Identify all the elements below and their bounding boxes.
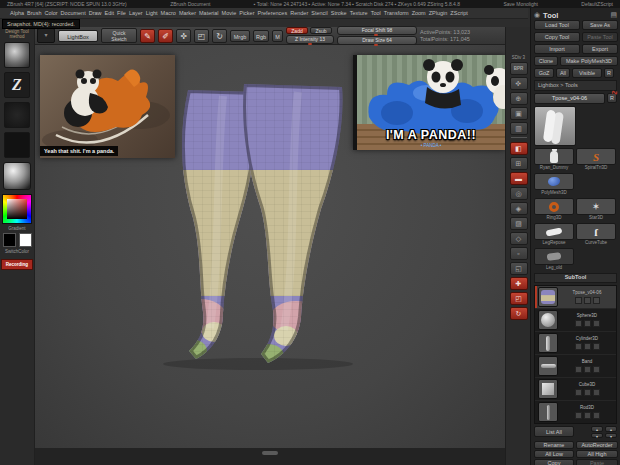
menu-texture[interactable]: Texture <box>350 10 368 16</box>
menu-brush[interactable]: Brush <box>27 10 41 16</box>
library-item[interactable]: ✶ Star3D <box>576 198 616 221</box>
menu-file[interactable]: File <box>117 10 126 16</box>
lightbox-button[interactable]: LightBox <box>58 30 98 42</box>
stroke-type-thumbnail[interactable]: Z <box>4 72 30 98</box>
autoreorder-button[interactable]: AutoReorder <box>576 441 618 449</box>
polypaint-brush-icon[interactable] <box>584 389 591 396</box>
uv-icon[interactable] <box>593 389 600 396</box>
draw-mode-button[interactable]: ✐ <box>158 29 173 43</box>
rgb-button[interactable]: Rgb <box>253 30 269 42</box>
menu-stroke[interactable]: Stroke <box>331 10 347 16</box>
import-button[interactable]: Import <box>534 44 580 54</box>
secondary-color-swatch[interactable] <box>19 233 32 247</box>
canvas-scroll-nub[interactable] <box>262 451 278 455</box>
saturation-square[interactable] <box>7 199 27 219</box>
visibility-eye-icon[interactable] <box>575 412 582 419</box>
scale-mode-button[interactable]: ◰ <box>194 29 209 43</box>
library-item[interactable]: LegRepose <box>534 223 574 246</box>
subtool-row[interactable]: Rod3D <box>535 401 616 423</box>
main-color-swatch[interactable] <box>3 233 16 247</box>
quicksketch-button[interactable]: Quick Sketch <box>101 28 137 43</box>
reference-image-panda-meme[interactable]: I'M A PANDA!! • PANDA • <box>353 55 505 150</box>
menu-movie[interactable]: Movie <box>222 10 237 16</box>
color-picker[interactable] <box>2 194 32 224</box>
subtool-row[interactable]: Band <box>535 355 616 378</box>
current-tool-name[interactable]: Tpose_v04-06 <box>534 93 605 104</box>
library-item[interactable]: Ring3D <box>534 198 574 221</box>
goz-visible-button[interactable]: Visible <box>572 68 602 78</box>
menu-color[interactable]: Color <box>44 10 57 16</box>
mrgb-button[interactable]: Mrgb <box>230 30 250 42</box>
move-mode-button[interactable]: ✜ <box>176 29 191 43</box>
solo-icon[interactable]: ◇ <box>510 232 528 245</box>
menu-render[interactable]: Render <box>290 10 308 16</box>
subtool-row[interactable]: Tpose_v04-06 <box>535 286 616 309</box>
palette-menu-icon[interactable]: ▤ <box>610 11 617 19</box>
export-button[interactable]: Export <box>582 44 618 54</box>
make-polymesh3d-button[interactable]: Make PolyMesh3D <box>560 56 618 66</box>
lsym-icon[interactable]: ▬ <box>510 172 528 185</box>
xpose-icon[interactable]: ▫ <box>510 247 528 260</box>
copy-subtool-button[interactable]: Copy <box>534 459 574 465</box>
visibility-eye-icon[interactable] <box>575 343 582 350</box>
subtool-row[interactable]: Cylinder3D <box>535 332 616 355</box>
load-tool-button[interactable]: Load Tool <box>534 20 580 30</box>
library-item[interactable]: PolyMesh3D <box>534 173 574 196</box>
menu-zscript[interactable]: ZScript <box>450 10 467 16</box>
menu-zplugin[interactable]: ZPlugin <box>429 10 448 16</box>
active-tool-preview[interactable] <box>534 106 576 146</box>
uv-icon[interactable] <box>593 343 600 350</box>
zadd-button[interactable]: Zadd <box>286 27 308 34</box>
uv-icon[interactable] <box>593 320 600 327</box>
menu-marker[interactable]: Marker <box>179 10 196 16</box>
frame-icon[interactable]: ◱ <box>510 262 528 275</box>
all-high-button[interactable]: All High <box>576 450 618 458</box>
record-indicator[interactable]: Recording <box>1 259 33 270</box>
local-icon[interactable]: ◎ <box>510 187 528 200</box>
transp-icon[interactable]: ◈ <box>510 202 528 215</box>
library-item[interactable]: Ryan_Dummy <box>534 148 574 171</box>
visibility-eye-icon[interactable] <box>575 297 582 304</box>
paste-subtool-button[interactable]: Paste <box>576 459 618 465</box>
material-sphere-thumbnail[interactable] <box>3 162 31 190</box>
visibility-eye-icon[interactable] <box>575 389 582 396</box>
reference-image-panda-rocker[interactable]: Yeah that shit. I'm a panda. <box>40 55 175 158</box>
library-item[interactable]: Leg_old <box>534 248 574 271</box>
menu-edit[interactable]: Edit <box>105 10 114 16</box>
zoom-doc-icon[interactable]: ⊕ <box>510 92 528 105</box>
menu-tool[interactable]: Tool <box>371 10 381 16</box>
subtool-section-header[interactable]: SubTool <box>534 273 617 283</box>
menu-document[interactable]: Document <box>61 10 86 16</box>
polypaint-brush-icon[interactable] <box>584 343 591 350</box>
alpha-thumbnail[interactable] <box>4 102 30 128</box>
menu-preferences[interactable]: Preferences <box>258 10 288 16</box>
tool-palette-header[interactable]: ◉ Tool ▤ <box>534 10 617 20</box>
z-intensity-slider[interactable]: Z Intensity 13 <box>286 35 334 44</box>
persp-icon[interactable]: ◧ <box>510 142 528 155</box>
zsub-button[interactable]: Zsub <box>310 27 332 34</box>
copy-tool-button[interactable]: Copy Tool <box>534 32 580 42</box>
floor-grid-icon[interactable]: ⊞ <box>510 157 528 170</box>
goz-button[interactable]: GoZ <box>534 68 554 78</box>
aa-half-icon[interactable]: ▥ <box>510 122 528 135</box>
m-button[interactable]: M <box>272 30 283 42</box>
brush-type-chip[interactable]: ▾ <box>37 28 55 43</box>
subtool-row[interactable]: Sphere3D <box>535 309 616 332</box>
rename-button[interactable]: Rename <box>534 441 574 449</box>
bpr-button[interactable]: BPR <box>510 62 528 75</box>
visibility-eye-icon[interactable] <box>575 366 582 373</box>
list-all-button[interactable]: List All <box>534 426 574 437</box>
menu-alpha[interactable]: Alpha <box>10 10 24 16</box>
menu-zoom[interactable]: Zoom <box>412 10 426 16</box>
focal-shift-slider[interactable]: Focal Shift 98 <box>337 26 417 35</box>
library-item[interactable]: ſ CurveTube <box>576 223 616 246</box>
subtool-top-button[interactable]: ▴ <box>605 426 617 432</box>
visibility-eye-icon[interactable] <box>575 320 582 327</box>
draw-size-slider[interactable]: Draw Size 64 <box>337 36 417 45</box>
paste-tool-button[interactable]: Paste Tool <box>582 32 618 42</box>
subtool-up-button[interactable]: ▴ <box>591 426 603 432</box>
menu-transform[interactable]: Transform <box>384 10 409 16</box>
subtool-bottom-button[interactable]: ▾ <box>605 433 617 439</box>
subtool-row[interactable]: Cube3D <box>535 378 616 401</box>
save-as-button[interactable]: Save As <box>582 20 618 30</box>
